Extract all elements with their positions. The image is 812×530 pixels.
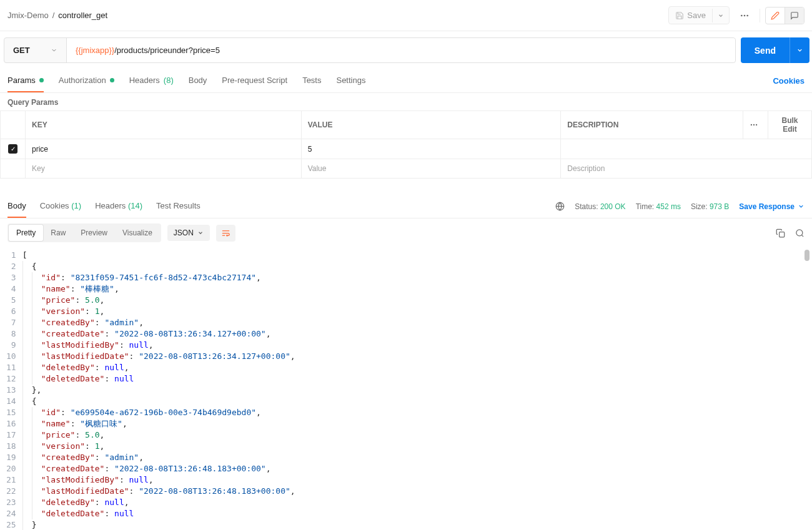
param-desc-input[interactable] [561, 139, 812, 159]
url-input[interactable]: {{jmixapp}}/products/priceunder?price=5 [67, 38, 735, 62]
size-label: Size: 973 B [691, 202, 729, 211]
svg-rect-10 [780, 232, 785, 237]
svg-point-0 [741, 14, 743, 16]
tab-prerequest[interactable]: Pre-request Script [222, 69, 287, 92]
send-button[interactable]: Send [741, 37, 790, 63]
query-params-label: Query Params [0, 93, 812, 110]
svg-point-2 [746, 14, 748, 16]
svg-point-4 [753, 124, 755, 125]
response-body[interactable]: 1234567891011121314151617181920212223242… [0, 247, 812, 530]
active-dot-icon [110, 78, 114, 82]
tab-tests[interactable]: Tests [302, 69, 321, 92]
param-key-input[interactable]: price [26, 139, 302, 159]
resp-tab-cookies[interactable]: Cookies (1) [40, 195, 81, 218]
breadcrumb: Jmix-Demo / controller_get [7, 11, 107, 20]
pencil-icon [771, 11, 780, 20]
param-value-input[interactable]: Value [301, 159, 561, 179]
chevron-down-icon [197, 230, 204, 236]
wrap-icon [221, 228, 230, 238]
view-visualize[interactable]: Visualize [115, 225, 160, 241]
edit-button[interactable] [766, 7, 785, 24]
view-mode-segment: Pretty Raw Preview Visualize [7, 223, 161, 242]
tab-settings[interactable]: Settings [336, 69, 365, 92]
param-desc-input[interactable]: Description [561, 159, 812, 179]
ellipsis-icon [740, 11, 750, 21]
save-button[interactable]: Save [669, 7, 712, 24]
comment-button[interactable] [785, 7, 804, 24]
param-key-input[interactable]: Key [26, 159, 302, 179]
scrollbar-thumb[interactable] [805, 250, 810, 261]
tab-params[interactable]: Params [7, 69, 44, 92]
more-actions-button[interactable] [735, 7, 755, 24]
table-row: ✓ price 5 [1, 139, 812, 159]
active-dot-icon [39, 78, 44, 82]
copy-button[interactable] [776, 228, 785, 238]
comment-icon [790, 11, 799, 20]
col-value: VALUE [301, 111, 561, 139]
wrap-button[interactable] [216, 225, 235, 242]
view-raw[interactable]: Raw [43, 225, 73, 241]
send-dropdown-button[interactable] [790, 37, 810, 63]
breadcrumb-parent[interactable]: Jmix-Demo [7, 11, 49, 20]
tab-authorization[interactable]: Authorization [59, 69, 114, 92]
chevron-down-icon [718, 12, 724, 19]
globe-icon[interactable] [555, 202, 565, 211]
save-response-button[interactable]: Save Response [739, 202, 805, 211]
line-gutter: 1234567891011121314151617181920212223242… [4, 247, 22, 530]
resp-tab-headers[interactable]: Headers (14) [95, 195, 142, 218]
tab-headers[interactable]: Headers (8) [129, 69, 174, 92]
svg-point-11 [796, 229, 803, 235]
row-checkbox[interactable]: ✓ [8, 144, 17, 154]
ellipsis-icon [750, 120, 758, 129]
svg-point-3 [751, 124, 752, 125]
table-row-empty: Key Value Description [1, 159, 812, 179]
save-dropdown-button[interactable] [712, 9, 729, 22]
view-preview[interactable]: Preview [73, 225, 115, 241]
save-icon [675, 11, 684, 20]
svg-point-5 [756, 124, 757, 125]
param-value-input[interactable]: 5 [301, 139, 561, 159]
col-description: DESCRIPTION [561, 111, 743, 139]
svg-point-1 [744, 14, 746, 16]
table-more-button[interactable] [743, 111, 768, 139]
time-label: Time: 452 ms [636, 202, 681, 211]
svg-line-12 [801, 235, 803, 237]
chevron-down-icon [796, 47, 803, 54]
col-key: KEY [26, 111, 302, 139]
chevron-down-icon [798, 203, 805, 210]
breadcrumb-current[interactable]: controller_get [58, 11, 107, 20]
bulk-edit-button[interactable]: Bulk Edit [768, 111, 812, 139]
resp-tab-testresults[interactable]: Test Results [156, 195, 201, 218]
save-button-group: Save [668, 6, 730, 24]
status-label: Status: 200 OK [575, 202, 625, 211]
search-icon [795, 228, 805, 238]
query-params-table: KEY VALUE DESCRIPTION Bulk Edit ✓ price … [0, 110, 812, 179]
resp-tab-body[interactable]: Body [7, 195, 26, 218]
search-button[interactable] [795, 228, 805, 238]
cookies-link[interactable]: Cookies [773, 76, 805, 86]
http-method-select[interactable]: GET [4, 38, 67, 62]
chevron-down-icon [51, 47, 57, 54]
tab-body[interactable]: Body [189, 69, 207, 92]
copy-icon [776, 228, 785, 238]
format-select[interactable]: JSON [167, 225, 210, 241]
view-pretty[interactable]: Pretty [9, 225, 43, 241]
